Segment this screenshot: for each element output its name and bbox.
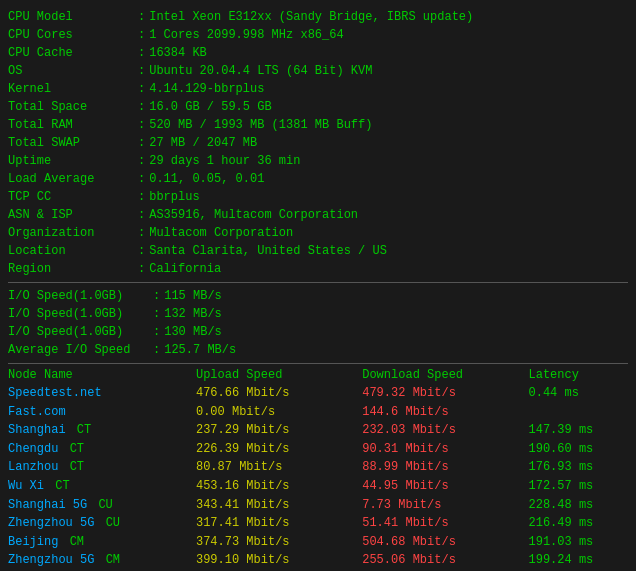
node-name-cell: Lanzhou CT — [8, 458, 196, 477]
io2-label: I/O Speed(1.0GB) — [8, 305, 153, 323]
download-cell: 90.31 Mbit/s — [362, 440, 528, 459]
upload-cell: 237.29 Mbit/s — [196, 421, 362, 440]
cpu-model-label: CPU Model — [8, 8, 138, 26]
node-name: Fast.com — [8, 405, 66, 419]
location-label: Location — [8, 242, 138, 260]
table-row: Zhengzhou 5G CM 399.10 Mbit/s 255.06 Mbi… — [8, 551, 628, 570]
download-cell: 51.41 Mbit/s — [362, 514, 528, 533]
table-row: Chengdu CT 226.39 Mbit/s 90.31 Mbit/s 19… — [8, 440, 628, 459]
asn-isp-value: AS35916, Multacom Corporation — [149, 206, 358, 224]
upload-cell: 317.41 Mbit/s — [196, 514, 362, 533]
load-avg-value: 0.11, 0.05, 0.01 — [149, 170, 264, 188]
download-cell: 144.6 Mbit/s — [362, 403, 528, 422]
download-cell: 504.68 Mbit/s — [362, 533, 528, 552]
node-name: Shanghai — [8, 423, 66, 437]
upload-cell: 0.00 Mbit/s — [196, 403, 362, 422]
upload-cell: 453.16 Mbit/s — [196, 477, 362, 496]
total-ram-value: 520 MB / 1993 MB (1381 MB Buff) — [149, 116, 372, 134]
location-row: Location : Santa Clarita, United States … — [8, 242, 628, 260]
node-type: CM — [106, 553, 120, 567]
total-space-value: 16.0 GB / 59.5 GB — [149, 98, 271, 116]
node-name: Speedtest.net — [8, 386, 102, 400]
node-type: CT — [77, 423, 91, 437]
latency-cell: 216.49 ms — [528, 514, 628, 533]
download-cell: 88.99 Mbit/s — [362, 458, 528, 477]
table-header-row: Node Name Upload Speed Download Speed La… — [8, 368, 628, 384]
total-space-row: Total Space : 16.0 GB / 59.5 GB — [8, 98, 628, 116]
os-row: OS : Ubuntu 20.04.4 LTS (64 Bit) KVM — [8, 62, 628, 80]
latency-cell: 228.48 ms — [528, 496, 628, 515]
node-name-cell: Speedtest.net — [8, 384, 196, 403]
io1-row: I/O Speed(1.0GB) : 115 MB/s — [8, 287, 628, 305]
node-type: CU — [98, 498, 112, 512]
upload-cell: 399.10 Mbit/s — [196, 551, 362, 570]
cpu-model-value: Intel Xeon E312xx (Sandy Bridge, IBRS up… — [149, 8, 473, 26]
col-download-header: Download Speed — [362, 368, 528, 384]
download-cell: 232.03 Mbit/s — [362, 421, 528, 440]
download-cell: 7.73 Mbit/s — [362, 496, 528, 515]
node-name-cell: Shanghai 5G CU — [8, 496, 196, 515]
col-upload-header: Upload Speed — [196, 368, 362, 384]
io2-row: I/O Speed(1.0GB) : 132 MB/s — [8, 305, 628, 323]
region-label: Region — [8, 260, 138, 278]
io2-value: 132 MB/s — [164, 305, 222, 323]
node-name-cell: Wu Xi CT — [8, 477, 196, 496]
node-name-cell: Zhengzhou 5G CM — [8, 551, 196, 570]
node-name: Zhengzhou 5G — [8, 553, 94, 567]
cpu-cores-value: 1 Cores 2099.998 MHz x86_64 — [149, 26, 343, 44]
os-value: Ubuntu 20.04.4 LTS (64 Bit) KVM — [149, 62, 372, 80]
download-cell: 255.06 Mbit/s — [362, 551, 528, 570]
node-name: Beijing — [8, 535, 58, 549]
latency-cell: 176.93 ms — [528, 458, 628, 477]
location-value: Santa Clarita, United States / US — [149, 242, 387, 260]
node-type: CM — [70, 535, 84, 549]
total-swap-label: Total SWAP — [8, 134, 138, 152]
node-name-cell: Chengdu CT — [8, 440, 196, 459]
latency-cell: 199.24 ms — [528, 551, 628, 570]
system-info: CPU Model : Intel Xeon E312xx (Sandy Bri… — [8, 8, 628, 278]
table-row: Shanghai 5G CU 343.41 Mbit/s 7.73 Mbit/s… — [8, 496, 628, 515]
table-row: Lanzhou CT 80.87 Mbit/s 88.99 Mbit/s 176… — [8, 458, 628, 477]
total-swap-row: Total SWAP : 27 MB / 2047 MB — [8, 134, 628, 152]
total-swap-value: 27 MB / 2047 MB — [149, 134, 257, 152]
tcp-cc-value: bbrplus — [149, 188, 199, 206]
node-type: CT — [55, 479, 69, 493]
cpu-cores-label: CPU Cores — [8, 26, 138, 44]
node-name: Wu Xi — [8, 479, 44, 493]
io1-label: I/O Speed(1.0GB) — [8, 287, 153, 305]
asn-isp-row: ASN & ISP : AS35916, Multacom Corporatio… — [8, 206, 628, 224]
avg-io-label: Average I/O Speed — [8, 341, 153, 359]
node-type: CT — [70, 442, 84, 456]
asn-isp-label: ASN & ISP — [8, 206, 138, 224]
load-avg-label: Load Average — [8, 170, 138, 188]
org-row: Organization : Multacom Corporation — [8, 224, 628, 242]
download-cell: 44.95 Mbit/s — [362, 477, 528, 496]
node-name: Lanzhou — [8, 460, 58, 474]
os-label: OS — [8, 62, 138, 80]
table-row: Speedtest.net 476.66 Mbit/s 479.32 Mbit/… — [8, 384, 628, 403]
speed-table-section: Node Name Upload Speed Download Speed La… — [8, 368, 628, 570]
table-row: Beijing CM 374.73 Mbit/s 504.68 Mbit/s 1… — [8, 533, 628, 552]
total-ram-row: Total RAM : 520 MB / 1993 MB (1381 MB Bu… — [8, 116, 628, 134]
upload-cell: 80.87 Mbit/s — [196, 458, 362, 477]
divider-2 — [8, 363, 628, 364]
uptime-label: Uptime — [8, 152, 138, 170]
latency-cell: 190.60 ms — [528, 440, 628, 459]
latency-cell: 191.03 ms — [528, 533, 628, 552]
kernel-row: Kernel : 4.14.129-bbrplus — [8, 80, 628, 98]
table-row: Wu Xi CT 453.16 Mbit/s 44.95 Mbit/s 172.… — [8, 477, 628, 496]
upload-cell: 374.73 Mbit/s — [196, 533, 362, 552]
col-node-header: Node Name — [8, 368, 196, 384]
node-name-cell: Beijing CM — [8, 533, 196, 552]
kernel-label: Kernel — [8, 80, 138, 98]
upload-cell: 343.41 Mbit/s — [196, 496, 362, 515]
uptime-value: 29 days 1 hour 36 min — [149, 152, 300, 170]
region-row: Region : California — [8, 260, 628, 278]
io3-value: 130 MB/s — [164, 323, 222, 341]
cpu-model-row: CPU Model : Intel Xeon E312xx (Sandy Bri… — [8, 8, 628, 26]
node-name: Chengdu — [8, 442, 58, 456]
download-cell: 479.32 Mbit/s — [362, 384, 528, 403]
avg-io-row: Average I/O Speed : 125.7 MB/s — [8, 341, 628, 359]
io3-row: I/O Speed(1.0GB) : 130 MB/s — [8, 323, 628, 341]
node-type: CT — [70, 460, 84, 474]
